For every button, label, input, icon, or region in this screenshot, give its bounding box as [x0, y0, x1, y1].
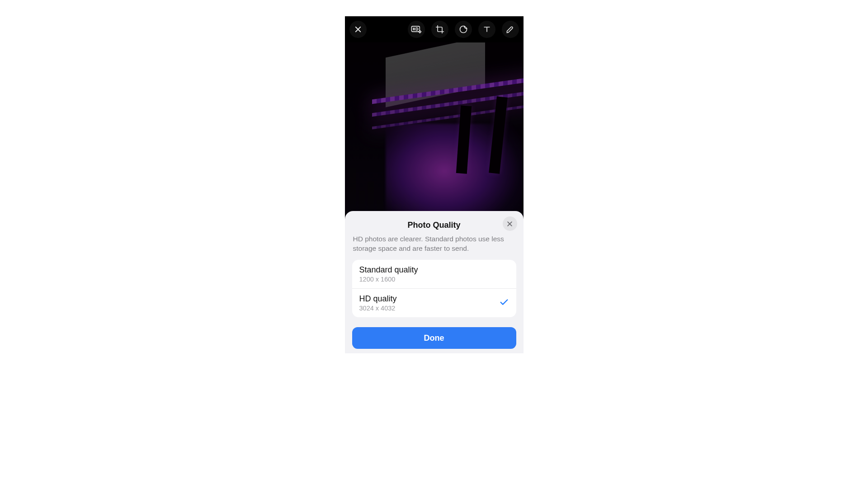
app-stage: Photo Quality HD photos are clearer. Sta… — [0, 0, 868, 488]
photo-quality-hd-button[interactable] — [408, 21, 425, 38]
option-subtitle: 3024 x 4032 — [359, 305, 397, 312]
done-button[interactable]: Done — [352, 327, 516, 349]
option-title: HD quality — [359, 294, 397, 304]
toolbar-right-group — [408, 21, 519, 38]
draw-button[interactable] — [502, 21, 519, 38]
close-icon — [354, 25, 362, 33]
sheet-close-button[interactable] — [503, 216, 517, 231]
sheet-description: HD photos are clearer. Standard photos u… — [349, 233, 520, 260]
sheet-header: Photo Quality — [349, 217, 520, 233]
sticker-icon — [459, 25, 468, 34]
sticker-button[interactable] — [455, 21, 472, 38]
close-icon — [506, 221, 513, 227]
sheet-title: Photo Quality — [408, 221, 461, 230]
quality-options-list: Standard quality 1200 x 1600 HD quality … — [352, 260, 516, 317]
svg-rect-2 — [411, 26, 420, 32]
crop-icon — [435, 25, 444, 34]
draw-icon — [506, 25, 515, 34]
photo-quality-sheet: Photo Quality HD photos are clearer. Sta… — [345, 211, 524, 353]
editor-top-toolbar — [345, 16, 524, 42]
hd-settings-icon — [411, 24, 422, 34]
toolbar-left-group — [349, 21, 367, 38]
option-subtitle: 1200 x 1600 — [359, 276, 418, 283]
crop-button[interactable] — [431, 21, 448, 38]
phone-screen: Photo Quality HD photos are clearer. Sta… — [345, 16, 524, 353]
text-tool-icon — [482, 25, 491, 34]
checkmark-icon — [499, 297, 509, 309]
option-title: Standard quality — [359, 265, 418, 275]
text-tool-button[interactable] — [478, 21, 495, 38]
quality-option-standard[interactable]: Standard quality 1200 x 1600 — [352, 260, 516, 288]
quality-option-hd[interactable]: HD quality 3024 x 4032 — [352, 288, 516, 317]
close-button[interactable] — [349, 21, 367, 38]
